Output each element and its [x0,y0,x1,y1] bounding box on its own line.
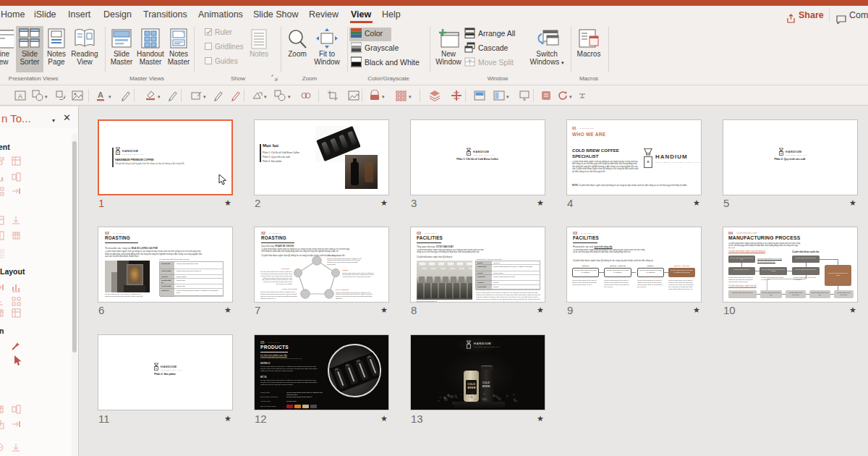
svg-text:A: A [18,93,22,100]
svg-text:A: A [98,90,103,99]
